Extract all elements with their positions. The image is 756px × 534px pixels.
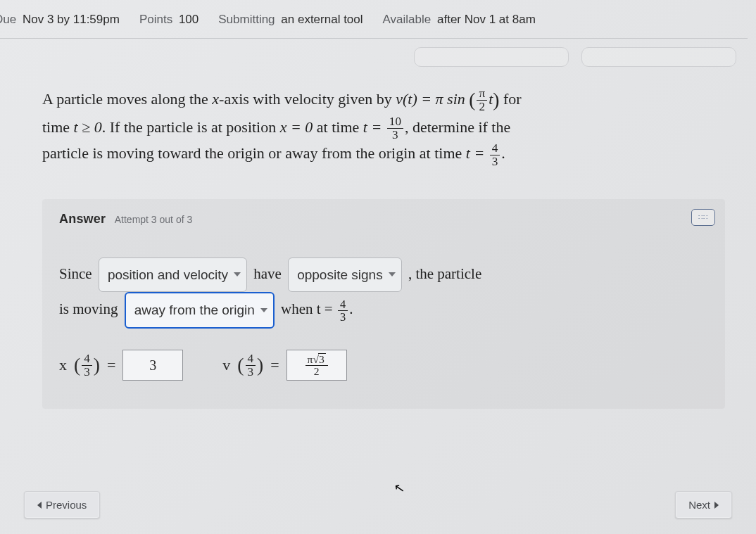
t-eq: t =: [466, 144, 484, 162]
four-thirds: 43: [246, 352, 256, 379]
period: .: [501, 144, 505, 162]
problem-text: A particle moves along the: [42, 90, 212, 108]
velocity-expr: v(t) = π sin: [396, 90, 465, 108]
previous-button[interactable]: Previous: [24, 491, 100, 519]
due-label: Due: [0, 13, 16, 26]
t-eq: t =: [317, 300, 333, 317]
triangle-left-icon: [37, 502, 42, 509]
problem-text: at time: [313, 118, 363, 136]
keyboard-icon-glyph: ∷∷: [698, 214, 708, 221]
submitting-label: Submitting: [218, 13, 275, 26]
answer-sentence: Since position and velocity have opposit…: [59, 258, 708, 329]
chevron-down-icon: [234, 272, 241, 276]
period: .: [349, 300, 353, 317]
four-thirds: 43: [82, 352, 92, 379]
pi-over-2: π2: [477, 87, 487, 113]
chevron-down-icon: [389, 272, 396, 276]
available-label: Available: [383, 13, 431, 26]
available-group: Available after Nov 1 at 8am: [383, 13, 536, 27]
problem-text: for: [503, 90, 522, 108]
tab-slot-2[interactable]: [581, 47, 736, 67]
select-value: position and velocity: [108, 261, 228, 289]
four-thirds: 43: [490, 142, 500, 168]
sentence-text: have: [253, 265, 282, 281]
x-var: x: [59, 356, 67, 374]
select-sign-relation[interactable]: opposite signs: [288, 258, 401, 293]
previous-label: Previous: [46, 499, 87, 511]
answer-header: Answer Attempt 3 out of 3: [59, 212, 708, 227]
assignment-header: Due Nov 3 by 11:59pm Points 100 Submitti…: [0, 0, 748, 39]
sentence-text: , the particle: [408, 265, 481, 281]
sentence-text: is moving: [59, 300, 118, 317]
sentence-text: Since: [59, 265, 92, 281]
available-value: after Nov 1 at 8am: [437, 13, 536, 26]
answer-label: Answer: [59, 212, 106, 226]
select-position-velocity[interactable]: position and velocity: [99, 258, 247, 293]
v-value-input[interactable]: π√3 2: [286, 350, 347, 381]
due-group: Due Nov 3 by 11:59pm: [0, 13, 120, 27]
sentence-text: when: [281, 300, 313, 317]
v-equation: v (43) = π√3 2: [222, 350, 346, 381]
paren-group: (43): [74, 352, 100, 379]
equals: =: [107, 356, 115, 374]
problem-text: particle is moving toward the origin or …: [42, 144, 466, 162]
problem-text: -axis with velocity given by: [219, 90, 396, 108]
v-var: v: [222, 356, 230, 374]
problem-text: , determine if the: [405, 118, 510, 136]
attempt-text: Attempt 3 out of 3: [115, 214, 193, 225]
tab-slots: [0, 39, 756, 67]
due-value: Nov 3 by 11:59pm: [23, 13, 120, 26]
answer-panel: Answer Attempt 3 out of 3 ∷∷ ↖ Since pos…: [42, 199, 725, 409]
submitting-group: Submitting an external tool: [218, 13, 363, 27]
keyboard-icon[interactable]: ∷∷: [691, 209, 715, 226]
nav-row: Previous Next: [24, 491, 732, 519]
submitting-value: an external tool: [281, 13, 363, 26]
t-eq: t =: [363, 118, 382, 136]
next-label: Next: [688, 499, 710, 511]
points-group: Points 100: [139, 13, 199, 27]
x-value: 3: [149, 357, 156, 374]
x-eq-0: x = 0: [280, 118, 313, 136]
equation-row: x (43) = 3 v (43) = π√3 2: [59, 350, 708, 381]
points-label: Points: [139, 13, 172, 26]
points-value: 100: [179, 13, 199, 26]
select-value: opposite signs: [297, 261, 382, 289]
next-button[interactable]: Next: [675, 491, 732, 519]
problem-text: time: [42, 118, 74, 136]
close-paren: ): [493, 89, 499, 110]
equals: =: [270, 356, 279, 374]
x-equation: x (43) = 3: [59, 350, 183, 381]
x-value-input[interactable]: 3: [122, 350, 183, 381]
x-axis-var: x: [212, 90, 219, 108]
triangle-right-icon: [714, 502, 719, 509]
select-value: away from the origin: [134, 296, 255, 324]
pi-root3-over-2: π√3 2: [305, 353, 328, 378]
select-direction[interactable]: away from the origin: [125, 292, 275, 329]
paren-group: (43): [237, 352, 263, 379]
problem-text: . If the particle is at position: [102, 118, 280, 136]
t-geq-0: t ≥ 0: [74, 118, 102, 136]
chevron-down-icon: [260, 308, 267, 312]
ten-thirds: 103: [387, 115, 403, 141]
tab-slot-1[interactable]: [414, 47, 569, 67]
four-thirds: 43: [338, 298, 348, 323]
problem-statement: A particle moves along the x-axis with v…: [0, 67, 756, 168]
open-paren: (: [469, 89, 475, 110]
